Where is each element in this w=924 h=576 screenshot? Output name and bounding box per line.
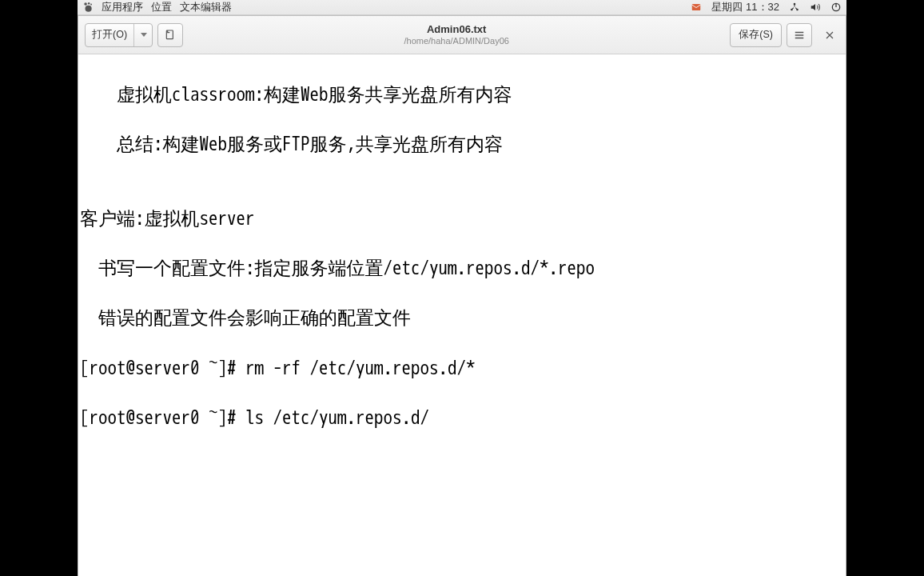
hamburger-menu-button[interactable] xyxy=(787,23,812,47)
text-line: 总结:构建Web服务或FTP服务,共享光盘所有内容 xyxy=(80,132,846,157)
text-line: 客户端:虚拟机server xyxy=(80,206,846,231)
network-icon[interactable] xyxy=(789,2,800,13)
text-line xyxy=(80,505,846,530)
desktop-screen: 应用程序 位置 文本编辑器 星期四 11：32 打开(O) xyxy=(78,0,846,576)
editor-toolbar: 打开(O) Admin06.txt /home/haha/ADMIN/Day06… xyxy=(78,16,846,54)
document-title-area: Admin06.txt /home/haha/ADMIN/Day06 xyxy=(188,24,725,46)
chevron-down-icon[interactable] xyxy=(134,24,152,46)
new-document-button[interactable] xyxy=(157,23,183,47)
menu-places[interactable]: 位置 xyxy=(151,0,172,14)
text-line: 错误的配置文件会影响正确的配置文件 xyxy=(80,306,846,330)
menu-applications[interactable]: 应用程序 xyxy=(102,0,143,14)
text-line: 书写一个配置文件:指定服务端位置/etc/yum.repos.d/*.repo xyxy=(80,256,846,281)
text-line: [root@server0 ~]# rm -rf /etc/yum.repos.… xyxy=(80,356,846,381)
notification-icon[interactable] xyxy=(691,2,702,13)
open-button[interactable]: 打开(O) xyxy=(85,23,153,47)
svg-point-2 xyxy=(90,4,92,6)
close-button[interactable] xyxy=(820,26,839,45)
svg-point-1 xyxy=(88,2,90,4)
volume-icon[interactable] xyxy=(810,2,821,13)
editor-window: 打开(O) Admin06.txt /home/haha/ADMIN/Day06… xyxy=(78,15,846,576)
text-line: 虚拟机classroom:构建Web服务共享光盘所有内容 xyxy=(80,82,846,107)
text-editor-area[interactable]: 虚拟机classroom:构建Web服务共享光盘所有内容 总结:构建Web服务或… xyxy=(78,54,846,576)
text-line xyxy=(80,455,846,480)
menu-texteditor[interactable]: 文本编辑器 xyxy=(180,0,232,14)
clock-text[interactable]: 星期四 11：32 xyxy=(711,0,779,14)
save-button[interactable]: 保存(S) xyxy=(730,23,782,47)
svg-point-3 xyxy=(86,6,92,12)
gnome-foot-icon xyxy=(82,2,94,13)
system-menubar: 应用程序 位置 文本编辑器 星期四 11：32 xyxy=(78,0,846,15)
power-icon[interactable] xyxy=(830,2,842,13)
document-path: /home/haha/ADMIN/Day06 xyxy=(404,36,508,46)
svg-point-5 xyxy=(794,3,796,6)
text-line: [root@server0 ~]# ls /etc/yum.repos.d/ xyxy=(80,406,846,430)
document-title: Admin06.txt xyxy=(427,24,486,36)
svg-rect-4 xyxy=(692,4,701,10)
svg-point-0 xyxy=(84,2,87,6)
